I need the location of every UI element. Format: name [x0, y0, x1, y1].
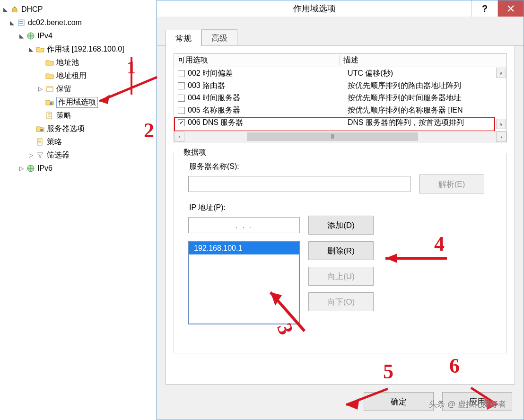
tree-root-dhcp[interactable]: ◣ DHCP	[2, 3, 156, 16]
option-name: 006 DNS 服务器	[188, 118, 344, 128]
tree-label: 服务器选项	[47, 124, 85, 134]
dhcp-console-window: ◣ DHCP ◣ dc02.benet.com ◣ IPv4 ◣ 作用域 [19…	[0, 0, 524, 420]
tab-advanced[interactable]: 高级	[201, 29, 237, 45]
option-row[interactable]: 002 时间偏差UTC 偏移(秒)	[174, 67, 507, 79]
help-button[interactable]: ?	[472, 0, 498, 17]
expand-icon[interactable]: ▷	[18, 165, 25, 172]
tree-server-options[interactable]: 服务器选项	[2, 122, 156, 135]
ip-list[interactable]: 192.168.100.1	[188, 241, 300, 324]
option-name: 003 路由器	[188, 81, 344, 91]
options-list: 可用选项 描述 002 时间偏差UTC 偏移(秒)003 路由器按优先顺序排列的…	[174, 53, 507, 142]
tree-address-pool[interactable]: 地址池	[2, 56, 156, 69]
ip-address-input[interactable]: . . .	[188, 217, 300, 233]
option-checkbox[interactable]	[178, 95, 185, 102]
ok-button[interactable]: 确定	[364, 392, 434, 411]
policy-icon	[36, 138, 44, 146]
add-button[interactable]: 添加(D)	[308, 216, 374, 235]
dhcp-icon	[10, 5, 19, 14]
svg-rect-3	[19, 23, 23, 24]
ip-address-label: IP 地址(P):	[189, 203, 498, 213]
server-name-input[interactable]	[188, 176, 410, 192]
folder-icon	[45, 58, 54, 67]
tab-strip: 常规 高级	[157, 27, 524, 46]
column-header-desc[interactable]: 描述	[340, 55, 507, 65]
scroll-left-button[interactable]: ‹	[174, 131, 184, 142]
option-desc: 按优先顺序排列的名称服务器 [IEN	[344, 105, 507, 115]
policy-icon	[45, 111, 54, 120]
group-title: 数据项	[181, 148, 209, 158]
scroll-thumb[interactable]: Ⅲ	[247, 132, 418, 141]
svg-point-7	[50, 102, 52, 105]
collapse-icon[interactable]: ◣	[9, 19, 15, 26]
option-row[interactable]: 005 名称服务器按优先顺序排列的名称服务器 [IEN	[174, 104, 507, 116]
scope-options-dialog: 作用域选项 ? 常规 高级 可用选项 描述 002 时间偏差UTC 偏移(秒)0…	[157, 0, 524, 420]
scroll-down-button[interactable]: ∨	[496, 119, 506, 129]
down-button[interactable]: 向下(O)	[308, 292, 374, 311]
svg-point-9	[40, 129, 43, 131]
scroll-up-button[interactable]: ∧	[496, 68, 506, 78]
up-button[interactable]: 向上(U)	[308, 267, 374, 286]
option-name: 005 名称服务器	[188, 105, 344, 115]
tree-label: IPv4	[37, 32, 52, 40]
scroll-right-button[interactable]: ›	[496, 131, 507, 142]
folder-gear-icon	[36, 124, 44, 133]
tree-label: 策略	[47, 137, 62, 147]
tree-policies-2[interactable]: 策略	[2, 135, 156, 149]
filter-icon	[36, 151, 44, 159]
option-name: 002 时间偏差	[188, 69, 344, 79]
option-checkbox[interactable]: ✓	[178, 119, 185, 126]
tree-server[interactable]: ◣ dc02.benet.com	[2, 16, 156, 29]
tree-scope-options[interactable]: 作用域选项	[2, 96, 156, 109]
column-header-option[interactable]: 可用选项	[174, 55, 340, 65]
tree-label: 筛选器	[47, 150, 70, 160]
option-row[interactable]: 004 时间服务器按优先顺序排列的时间服务器地址	[174, 92, 507, 104]
tree-label: 地址租用	[56, 71, 87, 81]
data-entry-group: 数据项 服务器名称(S): 解析(E) IP 地址(P): . . . 添加(D…	[174, 153, 507, 353]
option-name: 004 时间服务器	[188, 93, 344, 103]
resolve-button[interactable]: 解析(E)	[419, 175, 484, 193]
collapse-icon[interactable]: ◣	[2, 6, 9, 13]
tree-ipv4[interactable]: ◣ IPv4	[2, 29, 156, 43]
scope-folder-icon	[36, 45, 44, 53]
expand-icon[interactable]: ▷	[37, 86, 44, 92]
tree-label: IPv6	[37, 164, 52, 173]
option-desc: DNS 服务器的阵列，按首选项排列	[344, 118, 507, 128]
option-row[interactable]: 003 路由器按优先顺序排列的路由器地址阵列	[174, 79, 507, 92]
ip-list-item-selected[interactable]: 192.168.100.1	[189, 242, 299, 254]
tree-label: 策略	[56, 111, 71, 121]
collapse-icon[interactable]: ◣	[27, 46, 34, 52]
svg-rect-10	[37, 139, 42, 145]
option-desc: 按优先顺序排列的路由器地址阵列	[344, 81, 507, 91]
tab-general[interactable]: 常规	[166, 30, 201, 46]
tree-filters[interactable]: ▷ 筛选器	[2, 149, 156, 162]
tree-scope[interactable]: ◣ 作用域 [192.168.100.0]	[2, 43, 156, 56]
tree-label: 地址池	[56, 58, 79, 68]
expand-icon[interactable]: ▷	[27, 152, 34, 158]
server-name-label: 服务器名称(S):	[189, 162, 498, 172]
tree-label: DHCP	[21, 5, 43, 14]
svg-rect-2	[19, 21, 23, 22]
close-button[interactable]	[498, 0, 524, 17]
option-row[interactable]: ✓006 DNS 服务器DNS 服务器的阵列，按首选项排列	[174, 116, 507, 129]
tree-policies[interactable]: 策略	[2, 109, 156, 122]
option-desc: UTC 偏移(秒)	[344, 69, 507, 79]
option-desc: 按优先顺序排列的时间服务器地址	[344, 93, 507, 103]
tree-reservations[interactable]: ▷ 保留	[2, 82, 156, 96]
tree-pane: ◣ DHCP ◣ dc02.benet.com ◣ IPv4 ◣ 作用域 [19…	[0, 0, 157, 420]
svg-rect-6	[46, 87, 53, 88]
option-checkbox[interactable]	[178, 82, 185, 89]
option-checkbox[interactable]	[178, 107, 185, 114]
remove-button[interactable]: 删除(R)	[308, 241, 374, 260]
tree-leases[interactable]: 地址租用	[2, 69, 156, 82]
option-checkbox[interactable]	[178, 70, 185, 77]
watermark: 头条 @ 虚拟化爱好者	[429, 399, 506, 410]
scroll-track[interactable]: Ⅲ	[184, 131, 496, 142]
collapse-icon[interactable]: ◣	[18, 33, 25, 39]
horizontal-scrollbar: ‹ Ⅲ ›	[174, 131, 507, 142]
folder-gear-icon	[45, 98, 54, 106]
tree-ipv6[interactable]: ▷ IPv6	[2, 162, 156, 175]
option-row[interactable]: 007 日志服务器子网上的 MIT_LCS UDP 日志服务	[174, 129, 507, 130]
tab-page-general: 可用选项 描述 002 时间偏差UTC 偏移(秒)003 路由器按优先顺序排列的…	[166, 46, 515, 385]
tree-label: 保留	[56, 84, 71, 94]
folder-icon	[45, 71, 54, 80]
